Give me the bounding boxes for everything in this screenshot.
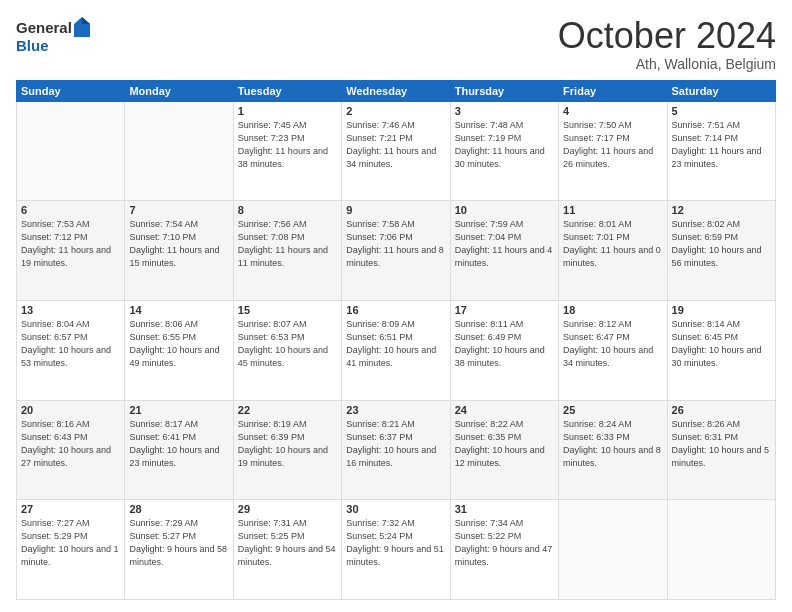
day-number: 15 [238, 304, 337, 316]
day-number: 9 [346, 204, 445, 216]
day-info: Sunrise: 8:02 AMSunset: 6:59 PMDaylight:… [672, 218, 771, 270]
logo: General Blue [16, 16, 91, 53]
day-number: 5 [672, 105, 771, 117]
calendar-cell: 18Sunrise: 8:12 AMSunset: 6:47 PMDayligh… [559, 300, 667, 400]
day-number: 19 [672, 304, 771, 316]
day-number: 18 [563, 304, 662, 316]
day-info: Sunrise: 8:16 AMSunset: 6:43 PMDaylight:… [21, 418, 120, 470]
logo-general: General [16, 20, 72, 35]
calendar-cell: 16Sunrise: 8:09 AMSunset: 6:51 PMDayligh… [342, 300, 450, 400]
weekday-header-thursday: Thursday [450, 80, 558, 101]
day-number: 26 [672, 404, 771, 416]
calendar-cell: 20Sunrise: 8:16 AMSunset: 6:43 PMDayligh… [17, 400, 125, 500]
calendar-cell: 29Sunrise: 7:31 AMSunset: 5:25 PMDayligh… [233, 500, 341, 600]
calendar-week-row: 13Sunrise: 8:04 AMSunset: 6:57 PMDayligh… [17, 300, 776, 400]
calendar-cell: 10Sunrise: 7:59 AMSunset: 7:04 PMDayligh… [450, 201, 558, 301]
day-info: Sunrise: 7:34 AMSunset: 5:22 PMDaylight:… [455, 517, 554, 569]
calendar-cell: 21Sunrise: 8:17 AMSunset: 6:41 PMDayligh… [125, 400, 233, 500]
title-block: October 2024 Ath, Wallonia, Belgium [558, 16, 776, 72]
day-number: 6 [21, 204, 120, 216]
calendar-cell: 14Sunrise: 8:06 AMSunset: 6:55 PMDayligh… [125, 300, 233, 400]
calendar-week-row: 6Sunrise: 7:53 AMSunset: 7:12 PMDaylight… [17, 201, 776, 301]
calendar-cell: 3Sunrise: 7:48 AMSunset: 7:19 PMDaylight… [450, 101, 558, 201]
day-info: Sunrise: 8:22 AMSunset: 6:35 PMDaylight:… [455, 418, 554, 470]
day-number: 13 [21, 304, 120, 316]
day-info: Sunrise: 7:31 AMSunset: 5:25 PMDaylight:… [238, 517, 337, 569]
day-number: 4 [563, 105, 662, 117]
day-info: Sunrise: 7:58 AMSunset: 7:06 PMDaylight:… [346, 218, 445, 270]
day-info: Sunrise: 7:29 AMSunset: 5:27 PMDaylight:… [129, 517, 228, 569]
calendar-cell: 12Sunrise: 8:02 AMSunset: 6:59 PMDayligh… [667, 201, 775, 301]
calendar-cell: 26Sunrise: 8:26 AMSunset: 6:31 PMDayligh… [667, 400, 775, 500]
calendar-week-row: 27Sunrise: 7:27 AMSunset: 5:29 PMDayligh… [17, 500, 776, 600]
calendar-cell: 1Sunrise: 7:45 AMSunset: 7:23 PMDaylight… [233, 101, 341, 201]
calendar-week-row: 20Sunrise: 8:16 AMSunset: 6:43 PMDayligh… [17, 400, 776, 500]
calendar-cell: 6Sunrise: 7:53 AMSunset: 7:12 PMDaylight… [17, 201, 125, 301]
day-number: 11 [563, 204, 662, 216]
day-info: Sunrise: 8:06 AMSunset: 6:55 PMDaylight:… [129, 318, 228, 370]
logo-icon [73, 16, 91, 38]
calendar-cell: 17Sunrise: 8:11 AMSunset: 6:49 PMDayligh… [450, 300, 558, 400]
weekday-header-row: SundayMondayTuesdayWednesdayThursdayFrid… [17, 80, 776, 101]
day-info: Sunrise: 7:56 AMSunset: 7:08 PMDaylight:… [238, 218, 337, 270]
day-info: Sunrise: 8:04 AMSunset: 6:57 PMDaylight:… [21, 318, 120, 370]
day-number: 29 [238, 503, 337, 515]
calendar-cell: 15Sunrise: 8:07 AMSunset: 6:53 PMDayligh… [233, 300, 341, 400]
weekday-header-saturday: Saturday [667, 80, 775, 101]
day-number: 22 [238, 404, 337, 416]
weekday-header-friday: Friday [559, 80, 667, 101]
day-number: 7 [129, 204, 228, 216]
day-info: Sunrise: 8:17 AMSunset: 6:41 PMDaylight:… [129, 418, 228, 470]
day-number: 14 [129, 304, 228, 316]
day-number: 31 [455, 503, 554, 515]
day-info: Sunrise: 7:32 AMSunset: 5:24 PMDaylight:… [346, 517, 445, 569]
day-info: Sunrise: 7:53 AMSunset: 7:12 PMDaylight:… [21, 218, 120, 270]
calendar-cell [125, 101, 233, 201]
calendar-cell: 22Sunrise: 8:19 AMSunset: 6:39 PMDayligh… [233, 400, 341, 500]
page: General Blue October 2024 Ath, Wallonia,… [0, 0, 792, 612]
weekday-header-sunday: Sunday [17, 80, 125, 101]
day-info: Sunrise: 8:09 AMSunset: 6:51 PMDaylight:… [346, 318, 445, 370]
calendar-cell: 30Sunrise: 7:32 AMSunset: 5:24 PMDayligh… [342, 500, 450, 600]
day-info: Sunrise: 8:19 AMSunset: 6:39 PMDaylight:… [238, 418, 337, 470]
day-info: Sunrise: 7:48 AMSunset: 7:19 PMDaylight:… [455, 119, 554, 171]
day-number: 30 [346, 503, 445, 515]
day-number: 8 [238, 204, 337, 216]
day-number: 21 [129, 404, 228, 416]
day-info: Sunrise: 8:11 AMSunset: 6:49 PMDaylight:… [455, 318, 554, 370]
day-info: Sunrise: 7:45 AMSunset: 7:23 PMDaylight:… [238, 119, 337, 171]
day-number: 23 [346, 404, 445, 416]
day-number: 16 [346, 304, 445, 316]
weekday-header-tuesday: Tuesday [233, 80, 341, 101]
logo-blue: Blue [16, 38, 49, 53]
day-info: Sunrise: 7:51 AMSunset: 7:14 PMDaylight:… [672, 119, 771, 171]
header: General Blue October 2024 Ath, Wallonia,… [16, 16, 776, 72]
day-info: Sunrise: 8:07 AMSunset: 6:53 PMDaylight:… [238, 318, 337, 370]
calendar-cell: 2Sunrise: 7:46 AMSunset: 7:21 PMDaylight… [342, 101, 450, 201]
calendar-week-row: 1Sunrise: 7:45 AMSunset: 7:23 PMDaylight… [17, 101, 776, 201]
day-number: 17 [455, 304, 554, 316]
calendar-cell: 5Sunrise: 7:51 AMSunset: 7:14 PMDaylight… [667, 101, 775, 201]
day-number: 3 [455, 105, 554, 117]
day-number: 28 [129, 503, 228, 515]
day-number: 12 [672, 204, 771, 216]
day-info: Sunrise: 8:01 AMSunset: 7:01 PMDaylight:… [563, 218, 662, 270]
day-info: Sunrise: 8:21 AMSunset: 6:37 PMDaylight:… [346, 418, 445, 470]
day-info: Sunrise: 7:54 AMSunset: 7:10 PMDaylight:… [129, 218, 228, 270]
day-info: Sunrise: 8:26 AMSunset: 6:31 PMDaylight:… [672, 418, 771, 470]
calendar-cell: 23Sunrise: 8:21 AMSunset: 6:37 PMDayligh… [342, 400, 450, 500]
day-info: Sunrise: 7:50 AMSunset: 7:17 PMDaylight:… [563, 119, 662, 171]
weekday-header-wednesday: Wednesday [342, 80, 450, 101]
day-number: 1 [238, 105, 337, 117]
weekday-header-monday: Monday [125, 80, 233, 101]
day-info: Sunrise: 8:12 AMSunset: 6:47 PMDaylight:… [563, 318, 662, 370]
calendar-cell: 13Sunrise: 8:04 AMSunset: 6:57 PMDayligh… [17, 300, 125, 400]
calendar-cell: 28Sunrise: 7:29 AMSunset: 5:27 PMDayligh… [125, 500, 233, 600]
calendar-cell: 27Sunrise: 7:27 AMSunset: 5:29 PMDayligh… [17, 500, 125, 600]
calendar-cell: 4Sunrise: 7:50 AMSunset: 7:17 PMDaylight… [559, 101, 667, 201]
day-number: 24 [455, 404, 554, 416]
day-number: 20 [21, 404, 120, 416]
calendar-cell: 11Sunrise: 8:01 AMSunset: 7:01 PMDayligh… [559, 201, 667, 301]
calendar-cell [667, 500, 775, 600]
calendar-cell: 8Sunrise: 7:56 AMSunset: 7:08 PMDaylight… [233, 201, 341, 301]
